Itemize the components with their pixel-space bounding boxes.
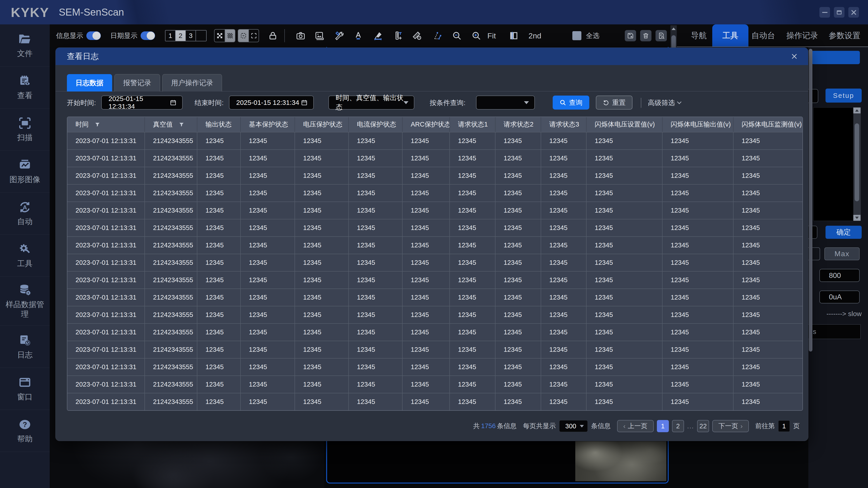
prev-page-button[interactable]: ‹ 上一页 — [617, 420, 654, 432]
listbox-scrollbar[interactable] — [853, 107, 861, 221]
sidebar-item-window[interactable]: 窗口 — [0, 368, 50, 410]
adjust-tools-icon[interactable] — [333, 30, 344, 41]
page-button-1[interactable]: 1 — [657, 420, 669, 432]
table-cell: 12345 — [295, 289, 349, 306]
search-icon — [559, 99, 566, 106]
calendar-icon[interactable] — [301, 99, 308, 106]
info-display-toggle[interactable] — [86, 31, 101, 40]
table-row: 2023-07-01 12:13:31212423435551234512345… — [67, 167, 802, 184]
draw-annotation-icon[interactable] — [373, 30, 384, 41]
table-cell: 12345 — [403, 376, 450, 393]
filter-icon[interactable] — [94, 122, 100, 127]
select-all-checkbox[interactable] — [572, 31, 581, 40]
sidebar-item-graphics[interactable]: 图形图像 — [0, 151, 50, 193]
angle-measure-icon[interactable] — [432, 30, 443, 41]
segment-2[interactable]: 2 — [176, 31, 186, 41]
page-button-22[interactable]: 22 — [697, 420, 709, 432]
view-log-button[interactable] — [655, 30, 667, 41]
query-button[interactable]: 查询 — [553, 96, 589, 109]
start-time-input[interactable]: 2025-01-15 12:31:34 — [101, 96, 183, 109]
split-view-icon[interactable] — [508, 30, 520, 41]
goto-page-input[interactable]: 1 — [778, 420, 790, 432]
panel-button-partial[interactable] — [811, 51, 860, 64]
dither-fine-icon[interactable] — [225, 30, 235, 42]
reset-button[interactable]: 重置 — [596, 96, 632, 109]
sample-database-icon — [18, 283, 32, 297]
column-header: 输出状态 — [197, 117, 241, 132]
tab-user-operation-record[interactable]: 用户操作记录 — [162, 74, 222, 92]
ruler-text-icon[interactable] — [392, 30, 403, 41]
sidebar-item-auto[interactable]: A 自动 — [0, 193, 50, 234]
setup-button[interactable]: Setup — [826, 89, 862, 103]
next-page-button[interactable]: 下一页 › — [712, 420, 749, 432]
panel-listbox[interactable] — [813, 107, 861, 221]
focus-dashed-icon[interactable] — [238, 30, 248, 42]
per-page-select[interactable]: 300 — [559, 420, 588, 432]
camera-capture-icon[interactable] — [295, 30, 306, 41]
column-label: 请求状态1 — [458, 120, 488, 129]
confirm-button[interactable]: 确定 — [826, 226, 862, 239]
delete-button[interactable] — [640, 30, 651, 41]
full-frame-brackets-icon[interactable] — [248, 30, 258, 42]
scroll-down-arrow[interactable] — [853, 215, 861, 221]
tab-tools[interactable]: 工具 — [712, 24, 748, 46]
second-view-button[interactable]: 2nd — [528, 31, 541, 40]
lock-icon[interactable] — [267, 30, 278, 41]
page-button-2[interactable]: 2 — [672, 420, 684, 432]
tab-operation-record[interactable]: 操作记录 — [784, 24, 820, 46]
chevron-down-icon — [580, 425, 584, 427]
tab-parameter-settings[interactable]: 参数设置 — [827, 24, 863, 46]
table-cell: 2023-07-01 12:13:31 — [67, 219, 145, 236]
total-count: 1756 — [481, 422, 496, 429]
table-cell: 12345 — [541, 150, 587, 167]
close-button[interactable] — [848, 7, 859, 18]
condition-select[interactable] — [476, 96, 535, 109]
tab-navigation[interactable]: 导航 — [686, 24, 712, 46]
sidebar-item-files[interactable]: 文件 — [0, 24, 50, 66]
scroll-up-arrow[interactable] — [853, 107, 861, 113]
segment-4[interactable] — [196, 31, 206, 41]
right-panel-scrollbar[interactable] — [809, 49, 812, 352]
voltage-input[interactable]: 800 — [819, 269, 860, 282]
image-export-icon[interactable] — [314, 30, 325, 41]
save-button[interactable] — [625, 30, 636, 41]
time-unit-input[interactable]: s — [799, 324, 861, 339]
segment-3[interactable]: 3 — [186, 31, 196, 41]
log-clock-icon — [18, 334, 32, 347]
sidebar-item-view[interactable]: 查看 — [0, 66, 50, 108]
table-cell: 2023-07-01 12:13:31 — [67, 376, 145, 393]
max-button[interactable]: Max — [825, 248, 860, 260]
end-time-input[interactable]: 2025-01-15 12:31:34 — [229, 96, 314, 109]
sidebar-item-log[interactable]: 日志 — [0, 326, 50, 368]
advanced-filter-toggle[interactable]: 高级筛选 — [648, 96, 681, 110]
tab-alarm-record[interactable]: 报警记录 — [114, 74, 160, 92]
tab-auto-stage[interactable]: 自动台 — [749, 24, 777, 46]
current-input[interactable]: 0uA — [819, 291, 860, 303]
sidebar-item-tools[interactable]: 工具 — [0, 234, 50, 276]
segment-1[interactable]: 1 — [165, 31, 176, 41]
scrollbar-up-arrow[interactable] — [672, 28, 676, 30]
table-cell: 12345 — [403, 167, 450, 184]
calendar-icon[interactable] — [169, 99, 177, 106]
dialog-close-icon[interactable] — [789, 51, 800, 62]
columns-select[interactable]: 时间、真空值、输出状态 — [329, 96, 414, 109]
text-annotation-icon[interactable] — [352, 30, 364, 41]
maximize-button[interactable] — [834, 7, 844, 18]
zoom-out-icon[interactable] — [451, 30, 463, 41]
filter-icon[interactable] — [179, 122, 184, 127]
sidebar-item-sample-data[interactable]: 样品数据管理 — [0, 276, 50, 326]
scrollbar-thumb[interactable] — [855, 123, 859, 201]
measure-scale-icon[interactable] — [411, 30, 423, 41]
sidebar-item-scan[interactable]: 扫描 — [0, 108, 50, 151]
sidebar-item-help[interactable]: ? 帮助 — [0, 410, 50, 452]
table-cell: 12345 — [734, 271, 802, 289]
dither-coarse-icon[interactable] — [215, 30, 225, 42]
tab-log-data[interactable]: 日志数据 — [67, 74, 112, 92]
date-display-toggle[interactable] — [141, 31, 155, 40]
zoom-in-icon[interactable] — [471, 30, 482, 41]
fit-button[interactable]: Fit — [487, 31, 496, 40]
table-cell: 12345 — [541, 271, 587, 289]
table-cell: 12345 — [241, 150, 295, 167]
table-cell: 12345 — [349, 254, 403, 271]
minimize-button[interactable] — [819, 7, 830, 18]
